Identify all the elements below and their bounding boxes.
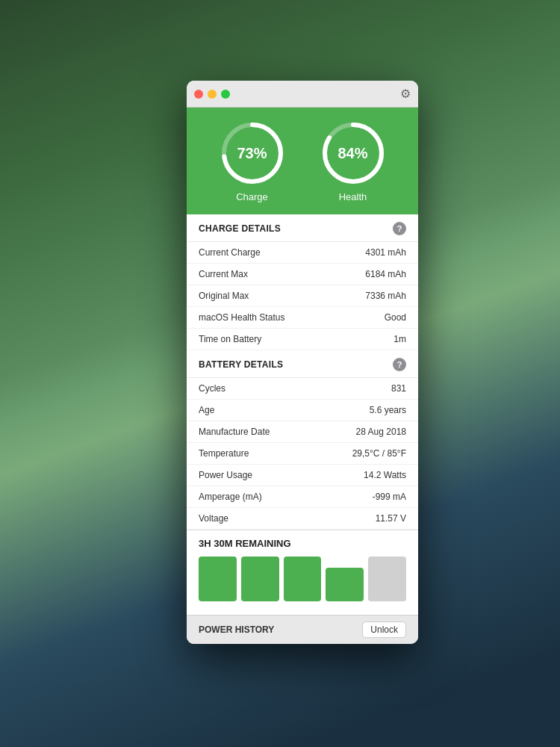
charge-value-3: Good: [385, 312, 406, 323]
battery-row-2: Manufacture Date 28 Aug 2018: [187, 421, 418, 443]
battery-value-6: 11.57 V: [376, 513, 406, 524]
charge-details-section: CHARGE DETAILS ? Current Charge 4301 mAh…: [187, 214, 418, 350]
title-bar: ⚙: [187, 81, 418, 108]
battery-label-5: Amperage (mA): [199, 492, 262, 502]
power-bar-5: [368, 557, 406, 601]
battery-row-6: Voltage 11.57 V: [187, 508, 418, 530]
battery-row-5: Amperage (mA) -999 mA: [187, 486, 418, 508]
battery-help-button[interactable]: ?: [393, 358, 406, 371]
battery-panel: ⚙ 73% Charge 84% Health: [187, 81, 418, 644]
power-bar-1: [199, 557, 237, 601]
battery-label-2: Manufacture Date: [199, 427, 270, 437]
battery-row-0: Cycles 831: [187, 378, 418, 400]
battery-label-0: Cycles: [199, 383, 225, 394]
charge-percent: 73%: [237, 145, 267, 162]
health-circle-container: 84% Health: [320, 120, 387, 202]
gear-button[interactable]: ⚙: [400, 87, 411, 101]
battery-details-header: BATTERY DETAILS ?: [187, 350, 418, 378]
battery-value-4: 14.2 Watts: [364, 470, 406, 480]
close-button[interactable]: [194, 90, 203, 99]
battery-label-4: Power Usage: [199, 470, 252, 480]
charge-label: Charge: [236, 191, 268, 202]
power-history-footer: POWER HISTORY Unlock: [187, 615, 418, 644]
power-history-label: POWER HISTORY: [199, 624, 274, 635]
charge-details-header: CHARGE DETAILS ?: [187, 214, 418, 242]
charge-value-1: 6184 mAh: [365, 269, 406, 279]
battery-row-1: Age 5.6 years: [187, 400, 418, 421]
battery-row-3: Temperature 29,5°C / 85°F: [187, 443, 418, 465]
charge-circle-container: 73% Charge: [219, 120, 286, 202]
battery-value-3: 29,5°C / 85°F: [352, 448, 406, 459]
charge-value-2: 7336 mAh: [365, 291, 406, 301]
charge-label-1: Current Max: [199, 269, 248, 279]
charge-label-2: Original Max: [199, 291, 249, 301]
charge-row-0: Current Charge 4301 mAh: [187, 242, 418, 264]
charge-label-4: Time on Battery: [199, 334, 261, 344]
charge-details-title: CHARGE DETAILS: [199, 223, 281, 234]
maximize-button[interactable]: [221, 90, 230, 99]
health-ring: 84%: [320, 120, 387, 187]
charge-help-button[interactable]: ?: [393, 222, 406, 235]
charge-row-3: macOS Health Status Good: [187, 307, 418, 329]
charge-label-3: macOS Health Status: [199, 312, 284, 323]
battery-label-3: Temperature: [199, 448, 249, 459]
battery-label-6: Voltage: [199, 513, 228, 524]
health-percent: 84%: [337, 145, 367, 162]
charge-value-4: 1m: [393, 334, 406, 344]
remaining-title: 3H 30M REMAINING: [199, 538, 406, 549]
power-bar-3: [284, 557, 322, 601]
battery-details-section: BATTERY DETAILS ? Cycles 831 Age 5.6 yea…: [187, 350, 418, 530]
power-bars: [199, 557, 406, 601]
charge-label-0: Current Charge: [199, 247, 261, 258]
remaining-section: 3H 30M REMAINING: [187, 530, 418, 615]
battery-value-1: 5.6 years: [370, 405, 406, 415]
charge-row-4: Time on Battery 1m: [187, 329, 418, 350]
battery-value-2: 28 Aug 2018: [356, 427, 406, 437]
battery-value-0: 831: [391, 383, 406, 394]
power-bar-2: [241, 557, 279, 601]
minimize-button[interactable]: [208, 90, 217, 99]
battery-label-1: Age: [199, 405, 214, 415]
header-section: 73% Charge 84% Health: [187, 108, 418, 214]
charge-ring: 73%: [219, 120, 286, 187]
unlock-button[interactable]: Unlock: [362, 622, 406, 638]
health-label: Health: [339, 191, 367, 202]
battery-value-5: -999 mA: [373, 492, 406, 502]
battery-row-4: Power Usage 14.2 Watts: [187, 465, 418, 486]
charge-row-2: Original Max 7336 mAh: [187, 285, 418, 307]
charge-value-0: 4301 mAh: [365, 247, 406, 258]
charge-row-1: Current Max 6184 mAh: [187, 264, 418, 285]
battery-details-title: BATTERY DETAILS: [199, 359, 283, 370]
power-bar-4: [326, 568, 364, 601]
gear-icon: ⚙: [400, 87, 411, 100]
